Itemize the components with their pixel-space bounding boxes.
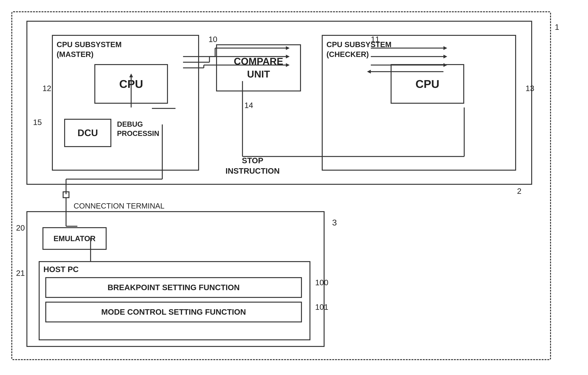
stop-instruction-label: STOPINSTRUCTION (225, 156, 280, 176)
debug-processing-label: DEBUGPROCESSIN (117, 120, 159, 138)
ref-label-2: 2 (517, 187, 521, 196)
ref-label-1: 1 (555, 23, 559, 32)
ref-label-14: 14 (244, 101, 253, 110)
ref-label-101: 101 (315, 303, 328, 312)
ref-label-15: 15 (33, 118, 42, 127)
ref-label-3: 3 (332, 218, 337, 228)
dcu-label: DCU (78, 127, 98, 138)
emulator-label: EMULATOR (53, 234, 96, 243)
connection-terminal-label: CONNECTION TERMINAL (74, 202, 165, 210)
ref-label-13: 13 (525, 84, 535, 93)
ref-label-10: 10 (209, 35, 217, 44)
diagram-container: 1 CPU SUBSYSTEM(MASTER) CPU DCU DEBUGPRO… (11, 11, 574, 366)
emulator-box: EMULATOR (42, 227, 107, 250)
mode-control-setting-box: MODE CONTROL SETTING FUNCTION (45, 302, 302, 322)
mode-control-setting-label: MODE CONTROL SETTING FUNCTION (101, 307, 246, 316)
ref-label-100: 100 (315, 278, 328, 287)
compare-unit-box: COMPAREUNIT (216, 44, 301, 91)
dcu-box: DCU (64, 119, 111, 147)
debug-system-box: 20 EMULATOR 21 HOST PC 100 BREAKPOINT SE… (26, 211, 325, 347)
ref-label-12: 12 (42, 84, 51, 93)
compare-unit-label: COMPAREUNIT (234, 55, 283, 81)
breakpoint-setting-box: BREAKPOINT SETTING FUNCTION (45, 277, 302, 298)
breakpoint-setting-label: BREAKPOINT SETTING FUNCTION (107, 283, 240, 292)
ref-label-11: 11 (371, 35, 380, 44)
cpu-checker-box: CPU (391, 64, 464, 104)
cpu-subsystem-master-box: CPU SUBSYSTEM(MASTER) CPU DCU DEBUGPROCE… (52, 35, 199, 171)
cpu-checker-label: CPU (416, 78, 440, 91)
cpu-subsystem-master-label: CPU SUBSYSTEM(MASTER) (57, 40, 122, 59)
host-pc-label: HOST PC (43, 265, 79, 274)
cpu-subsystem-checker-box: CPU SUBSYSTEM(CHECKER) CPU (322, 35, 516, 171)
cpu-master-label: CPU (119, 78, 143, 91)
ref-label-21: 21 (16, 269, 25, 278)
system-block-2: CPU SUBSYSTEM(MASTER) CPU DCU DEBUGPROCE… (26, 21, 532, 185)
ref-label-20: 20 (16, 223, 25, 233)
host-pc-box: HOST PC 100 BREAKPOINT SETTING FUNCTION … (39, 261, 310, 340)
connection-terminal-square (63, 191, 69, 198)
cpu-subsystem-checker-label: CPU SUBSYSTEM(CHECKER) (326, 40, 392, 59)
cpu-master-box: CPU (94, 64, 168, 104)
